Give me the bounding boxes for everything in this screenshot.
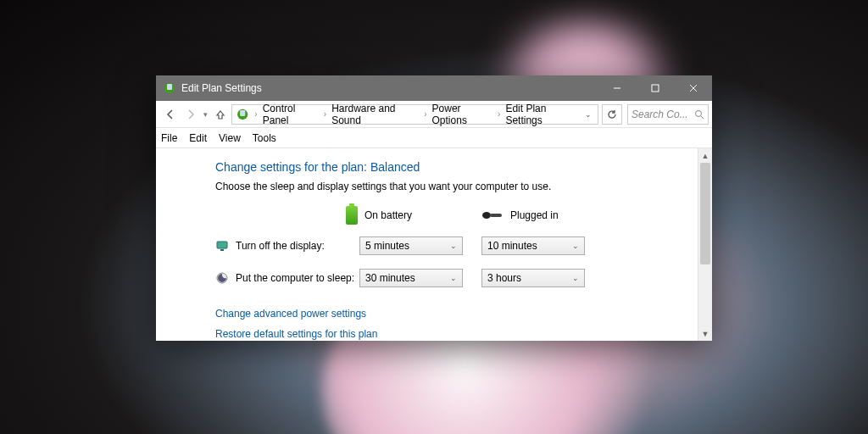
svg-point-8 xyxy=(696,110,702,116)
titlebar[interactable]: Edit Plan Settings xyxy=(156,75,712,101)
vertical-scrollbar[interactable]: ▲ ▼ xyxy=(698,148,712,341)
row-put-computer-to-sleep: Put the computer to sleep: 30 minutes ⌄ … xyxy=(215,269,698,287)
close-button[interactable] xyxy=(674,75,712,101)
menu-tools[interactable]: Tools xyxy=(253,132,276,144)
refresh-button[interactable] xyxy=(602,104,622,125)
breadcrumb-dropdown[interactable]: ⌄ xyxy=(581,110,594,119)
search-icon xyxy=(694,109,704,120)
power-options-icon xyxy=(236,107,249,122)
plug-icon xyxy=(481,210,504,220)
sleep-plugged-select[interactable]: 3 hours ⌄ xyxy=(481,269,585,287)
page-heading: Change settings for the plan: Balanced xyxy=(215,160,698,174)
display-icon xyxy=(215,239,229,253)
sleep-battery-select[interactable]: 30 minutes ⌄ xyxy=(359,269,463,287)
up-button[interactable] xyxy=(211,105,230,124)
scroll-down-button[interactable]: ▼ xyxy=(698,326,712,341)
chevron-right-icon: › xyxy=(322,109,328,119)
window-title: Edit Plan Settings xyxy=(181,82,262,94)
breadcrumb-item[interactable]: Hardware and Sound xyxy=(330,103,420,126)
back-button[interactable] xyxy=(161,105,180,124)
scroll-thumb[interactable] xyxy=(700,163,710,264)
column-label-battery: On battery xyxy=(364,209,412,221)
menu-file[interactable]: File xyxy=(161,132,177,144)
breadcrumb-item[interactable]: Edit Plan Settings xyxy=(504,103,580,126)
minimize-button[interactable] xyxy=(598,75,636,101)
chevron-right-icon: › xyxy=(422,109,428,119)
column-plugged-in: Plugged in xyxy=(481,209,593,221)
svg-point-10 xyxy=(482,212,491,219)
chevron-right-icon: › xyxy=(496,109,502,119)
chevron-down-icon: ⌄ xyxy=(450,274,457,282)
maximize-button[interactable] xyxy=(636,75,674,101)
display-plugged-select[interactable]: 10 minutes ⌄ xyxy=(481,236,585,255)
search-placeholder: Search Co... xyxy=(632,108,688,120)
svg-rect-13 xyxy=(220,249,224,251)
search-input[interactable]: Search Co... xyxy=(627,104,709,125)
display-battery-select[interactable]: 5 minutes ⌄ xyxy=(359,236,463,255)
content-area: Change settings for the plan: Balanced C… xyxy=(156,148,698,341)
sleep-icon xyxy=(215,271,229,285)
menubar: File Edit View Tools xyxy=(156,128,712,148)
svg-line-9 xyxy=(701,116,704,119)
forward-button[interactable] xyxy=(181,105,200,124)
scroll-up-button[interactable]: ▲ xyxy=(698,148,712,163)
column-on-battery: On battery xyxy=(346,206,458,225)
row-label: Turn off the display: xyxy=(236,240,359,252)
power-options-icon xyxy=(163,81,176,95)
breadcrumb[interactable]: › Control Panel › Hardware and Sound › P… xyxy=(231,104,598,125)
row-turn-off-display: Turn off the display: 5 minutes ⌄ 10 min… xyxy=(215,236,698,255)
breadcrumb-item[interactable]: Control Panel xyxy=(261,103,320,126)
chevron-down-icon: ⌄ xyxy=(450,242,457,250)
link-restore-defaults[interactable]: Restore default settings for this plan xyxy=(215,328,698,340)
edit-plan-settings-window: Edit Plan Settings ▾ › Control Panel › H… xyxy=(156,75,712,341)
breadcrumb-item[interactable]: Power Options xyxy=(431,103,495,126)
chevron-down-icon: ⌄ xyxy=(572,274,579,282)
battery-icon xyxy=(346,206,358,225)
page-subtext: Choose the sleep and display settings th… xyxy=(215,181,698,192)
svg-rect-7 xyxy=(240,109,245,115)
chevron-down-icon: ⌄ xyxy=(572,242,579,250)
menu-view[interactable]: View xyxy=(219,132,241,144)
svg-rect-1 xyxy=(167,84,172,90)
recent-locations-dropdown[interactable]: ▾ xyxy=(202,110,209,119)
address-bar-row: ▾ › Control Panel › Hardware and Sound ›… xyxy=(156,101,712,128)
column-label-plugged: Plugged in xyxy=(510,209,559,221)
row-label: Put the computer to sleep: xyxy=(236,272,359,284)
chevron-right-icon: › xyxy=(253,109,259,119)
menu-edit[interactable]: Edit xyxy=(189,132,207,144)
svg-rect-12 xyxy=(217,242,227,248)
svg-rect-11 xyxy=(490,214,502,217)
link-advanced-power-settings[interactable]: Change advanced power settings xyxy=(215,308,698,320)
svg-rect-3 xyxy=(652,85,659,92)
